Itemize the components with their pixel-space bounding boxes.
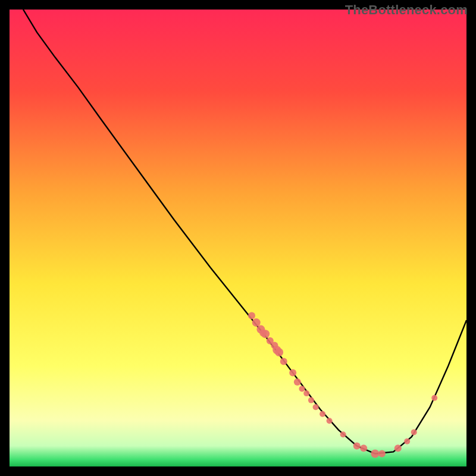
data-point — [431, 395, 437, 401]
data-point — [378, 450, 386, 458]
watermark-text: TheBottleneck.com — [345, 2, 468, 18]
data-point — [303, 390, 309, 396]
data-point — [404, 439, 410, 444]
chart-container: TheBottleneck.com — [0, 0, 476, 476]
data-point — [313, 404, 319, 410]
data-point — [299, 386, 305, 392]
data-point — [353, 442, 361, 449]
data-point — [252, 318, 261, 327]
data-point — [360, 444, 367, 452]
data-point — [327, 418, 333, 424]
data-point — [275, 348, 283, 356]
data-point — [280, 358, 287, 365]
plot-background — [10, 10, 466, 466]
data-point — [394, 444, 402, 452]
data-point — [289, 369, 296, 377]
bottleneck-chart — [0, 0, 476, 476]
data-point — [371, 450, 379, 458]
data-point — [411, 429, 417, 435]
data-point — [308, 397, 314, 403]
data-point — [261, 330, 270, 338]
data-point — [294, 378, 301, 386]
data-point — [320, 411, 325, 417]
data-point — [340, 431, 346, 437]
data-point — [248, 312, 255, 320]
